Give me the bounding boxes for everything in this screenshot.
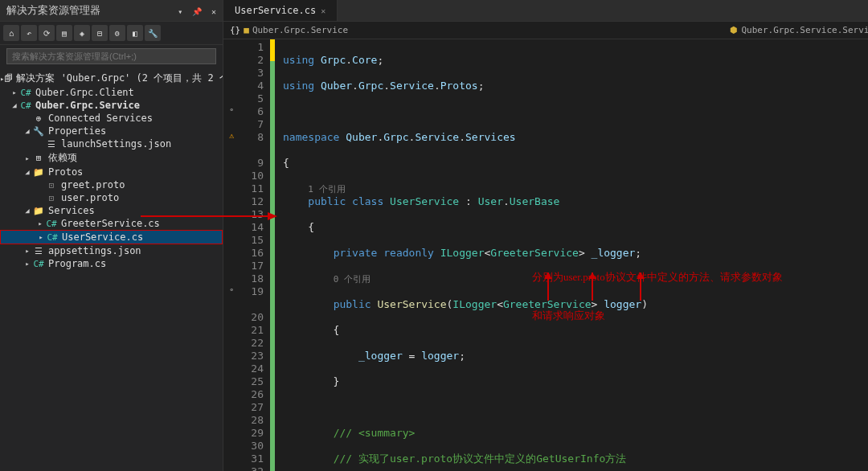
breadcrumb: {} ■ Quber.Grpc.Service ⬢ Quber.Grpc.Ser… [223, 22, 868, 39]
close-icon[interactable]: ✕ [211, 7, 216, 16]
user-proto[interactable]: ⊡user.proto [0, 191, 223, 204]
pin-icon[interactable]: 📌 [192, 7, 202, 16]
scope-icon: {} [230, 25, 240, 35]
editor-tabs: UserService.cs ✕ [223, 0, 868, 22]
code-editor[interactable]: ⚬⚠ ⚬ 12345 678910 1112131415 1617181920 … [223, 39, 868, 471]
solution-explorer: 解决方案资源管理器 ▾ 📌 ✕ ⌂ ↶ ⟳ ▤ ◈ ⊟ ⚙ ◧ 🔧 ▸🗐解决方案… [0, 0, 223, 471]
tab-close-icon[interactable]: ✕ [321, 6, 326, 15]
arrow-icon[interactable]: ▾ [178, 7, 182, 16]
annotation-text: 分别为user.proto协议文件中定义的方法、请求参数对象 和请求响应对象 [532, 245, 783, 348]
filter-icon[interactable]: ▤ [56, 25, 72, 41]
user-service-file[interactable]: ▸C#UserService.cs [0, 230, 223, 244]
svg-marker-7 [268, 212, 277, 220]
protos-folder[interactable]: ◢📁Protos [0, 166, 223, 178]
collapse-icon[interactable]: ⊟ [92, 25, 108, 41]
greet-proto[interactable]: ⊡greet.proto [0, 178, 223, 191]
sidebar-title: 解决方案资源管理器 [6, 3, 100, 18]
preview-icon[interactable]: ◧ [127, 25, 143, 41]
project-client[interactable]: ▸C#Quber.Grpc.Client [0, 86, 223, 99]
breadcrumb-right[interactable]: ⬢ Quber.Grpc.Service.Services.UserServic… [730, 25, 868, 35]
launch-settings[interactable]: ☰launchSettings.json [0, 137, 223, 150]
properties-icon[interactable]: ⚙ [109, 25, 125, 41]
solution-tree: ▸🗐解决方案 'Quber.Grpc' (2 个项目，共 2 个) ▸C#Qub… [0, 68, 223, 471]
wrench-icon[interactable]: 🔧 [145, 25, 161, 41]
arrow-to-editor [141, 210, 277, 223]
gutter: ⚬⚠ ⚬ [223, 39, 240, 471]
show-all-icon[interactable]: ◈ [74, 25, 90, 41]
breadcrumb-left[interactable]: ■ Quber.Grpc.Service [244, 25, 348, 35]
line-numbers: 12345 678910 1112131415 1617181920 21222… [240, 39, 270, 471]
project-service[interactable]: ◢C#Quber.Grpc.Service [0, 99, 223, 112]
sidebar-title-bar: 解决方案资源管理器 ▾ 📌 ✕ [0, 0, 223, 22]
editor-pane: UserService.cs ✕ {} ■ Quber.Grpc.Service… [223, 0, 868, 471]
code-area[interactable]: using Grpc.Core; using Quber.Grpc.Servic… [275, 39, 868, 471]
dependencies[interactable]: ▸⊞依赖项 [0, 150, 223, 166]
solution-node[interactable]: ▸🗐解决方案 'Quber.Grpc' (2 个项目，共 2 个) [0, 71, 223, 86]
program-cs[interactable]: ▸C#Program.cs [0, 257, 223, 270]
connected-services[interactable]: ⊕Connected Services [0, 112, 223, 125]
properties-folder[interactable]: ◢🔧Properties [0, 125, 223, 137]
sidebar-toolbar: ⌂ ↶ ⟳ ▤ ◈ ⊟ ⚙ ◧ 🔧 [0, 22, 223, 45]
sync-icon[interactable]: ⟳ [39, 25, 55, 41]
appsettings[interactable]: ▸☰appsettings.json [0, 244, 223, 257]
home-icon[interactable]: ⌂ [3, 25, 19, 41]
tab-userservice[interactable]: UserService.cs ✕ [223, 0, 338, 21]
back-icon[interactable]: ↶ [21, 25, 37, 41]
search-input[interactable] [6, 48, 216, 64]
